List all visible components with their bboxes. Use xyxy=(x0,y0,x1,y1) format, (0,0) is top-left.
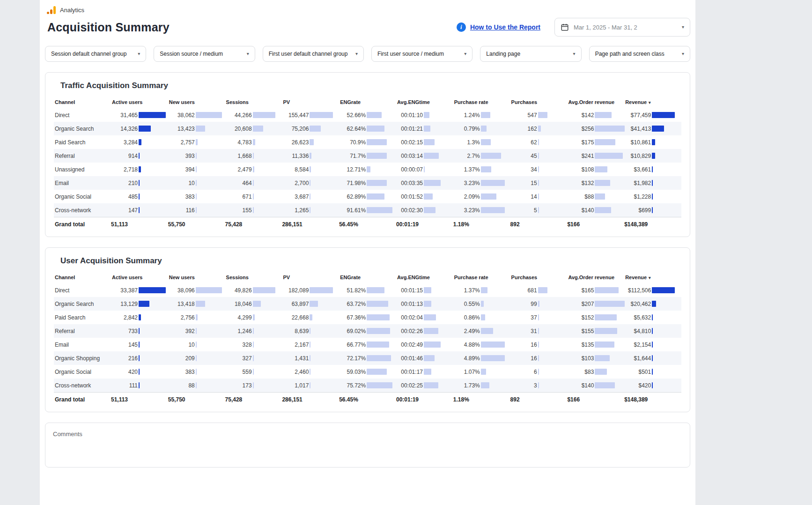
metric-cellwrap: 8,584 xyxy=(282,166,339,173)
metric-bar xyxy=(196,112,222,118)
metric-value: 62.89% xyxy=(339,193,366,200)
filter-chip-first-user-source-medium[interactable]: First user source / medium▾ xyxy=(371,46,472,62)
metric-cell: 3.23% xyxy=(453,176,510,190)
column-header-revenue[interactable]: Revenue▾ xyxy=(624,96,681,108)
metric-cell: $140 xyxy=(567,379,624,393)
metric-value: 155 xyxy=(225,207,252,214)
metric-cellwrap: 0.86% xyxy=(453,314,510,321)
metric-bar xyxy=(367,207,392,213)
metric-cell: 1,265 xyxy=(282,203,339,217)
date-range-picker[interactable]: Mar 1, 2025 - Mar 31, 2 ▾ xyxy=(554,18,690,37)
metric-bar xyxy=(595,328,617,334)
metric-cell: 147 xyxy=(111,203,168,217)
metric-bar xyxy=(310,382,310,388)
column-header-engrate[interactable]: ENGrate xyxy=(339,96,396,108)
column-header-active-users[interactable]: Active users xyxy=(111,271,168,283)
metric-cellwrap: 72.17% xyxy=(339,355,396,362)
filter-chip-page-path-and-screen-class[interactable]: Page path and screen class▾ xyxy=(589,46,690,62)
metric-cellwrap: 4.88% xyxy=(453,342,510,348)
metric-cell: 67.36% xyxy=(339,311,396,324)
metric-value: 464 xyxy=(225,180,252,186)
column-header-label: Avg.Order revenue xyxy=(568,99,614,105)
column-header-label: Avg.ENGtime xyxy=(397,99,430,105)
column-header-pv[interactable]: PV xyxy=(282,96,339,108)
metric-value: 71.7% xyxy=(339,153,366,159)
metric-bar xyxy=(538,287,547,293)
column-header-pv[interactable]: PV xyxy=(282,271,339,283)
column-header-purchases[interactable]: Purchases xyxy=(510,96,568,108)
grand-total-value: 286,151 xyxy=(282,393,339,407)
metric-bar xyxy=(139,193,140,200)
column-header-purchase-rate[interactable]: Purchase rate xyxy=(453,271,510,283)
metric-cellwrap: 00:03:14 xyxy=(396,153,453,159)
metric-bar xyxy=(424,193,433,200)
metric-cell: 162 xyxy=(510,122,568,135)
metric-bar xyxy=(310,112,333,118)
metric-cell: 75,206 xyxy=(282,122,339,135)
metric-bar xyxy=(481,180,505,186)
column-header-active-users[interactable]: Active users xyxy=(111,96,168,108)
metric-cellwrap: 327 xyxy=(225,355,282,362)
metric-cellwrap: 00:01:21 xyxy=(396,126,453,132)
comments-box[interactable]: Comments xyxy=(45,423,690,468)
column-header-label: Active users xyxy=(112,99,142,105)
metric-cell: 14,326 xyxy=(111,122,168,135)
info-icon[interactable]: i xyxy=(457,22,466,32)
metric-value: 547 xyxy=(510,112,537,119)
filter-chip-session-source-medium[interactable]: Session source / medium▾ xyxy=(154,46,255,62)
metric-value: 10 xyxy=(168,342,195,348)
metric-value: 383 xyxy=(168,369,195,375)
column-header-sessions[interactable]: Sessions xyxy=(225,96,282,108)
metric-value: 2.49% xyxy=(453,328,480,334)
column-header-purchase-rate[interactable]: Purchase rate xyxy=(453,96,510,108)
metric-bar xyxy=(481,193,496,200)
channel-cell: Direct xyxy=(54,283,111,297)
metric-bar xyxy=(481,314,485,320)
metric-bar xyxy=(481,287,487,293)
metric-bar xyxy=(538,369,539,375)
metric-value: 328 xyxy=(225,342,252,348)
column-header-purchases[interactable]: Purchases xyxy=(510,271,568,283)
column-header-avg-engtime[interactable]: Avg.ENGtime xyxy=(396,96,453,108)
column-header-revenue[interactable]: Revenue▾ xyxy=(624,271,681,283)
column-header-engrate[interactable]: ENGrate xyxy=(339,271,396,283)
column-header-channel[interactable]: Channel xyxy=(54,271,111,283)
metric-bar xyxy=(139,139,141,145)
metric-bar xyxy=(310,355,310,361)
metric-value: 1.73% xyxy=(453,382,480,389)
metric-cell: $132 xyxy=(567,176,624,190)
column-header-label: PV xyxy=(283,275,290,280)
help-group[interactable]: i How to Use the Report xyxy=(457,22,540,32)
metric-value: 393 xyxy=(168,153,195,159)
metric-cell: 209 xyxy=(168,351,225,365)
column-header-new-users[interactable]: New users xyxy=(168,96,225,108)
metric-value: 38,062 xyxy=(168,112,195,119)
filter-chip-first-user-default-channel-group[interactable]: First user default channel group▾ xyxy=(263,46,364,62)
column-header-channel[interactable]: Channel xyxy=(54,96,111,108)
metric-cell: 12.71% xyxy=(339,163,396,176)
how-to-use-report-link[interactable]: How to Use the Report xyxy=(470,23,540,31)
metric-value: 33,387 xyxy=(111,287,138,294)
metric-cell: $83 xyxy=(567,365,624,379)
metric-cellwrap: 75,206 xyxy=(282,126,339,132)
metric-value: $112,506 xyxy=(624,287,651,294)
metric-value: 671 xyxy=(225,193,252,200)
metric-value: 00:01:15 xyxy=(396,287,423,294)
metric-cell: 2,700 xyxy=(282,176,339,190)
card-title: Traffic Acquisition Summary xyxy=(54,81,681,90)
filter-chip-session-default-channel-group[interactable]: Session default channel group▾ xyxy=(45,46,146,62)
column-header-new-users[interactable]: New users xyxy=(168,271,225,283)
metric-value: 681 xyxy=(510,287,537,294)
date-range-text: Mar 1, 2025 - Mar 31, 2 xyxy=(574,24,677,31)
metric-value: 00:03:14 xyxy=(396,153,423,159)
grand-total-value: 286,151 xyxy=(282,217,339,231)
filter-chip-landing-page[interactable]: Landing page▾ xyxy=(480,46,581,62)
metric-cellwrap: 00:02:15 xyxy=(396,139,453,146)
column-header-sessions[interactable]: Sessions xyxy=(225,271,282,283)
column-header-avg-engtime[interactable]: Avg.ENGtime xyxy=(396,271,453,283)
column-header-avg-order-revenue[interactable]: Avg.Order revenue xyxy=(567,271,624,283)
metric-value: 1,246 xyxy=(225,328,252,334)
metric-bar xyxy=(652,180,653,186)
column-header-avg-order-revenue[interactable]: Avg.Order revenue xyxy=(567,96,624,108)
metric-bar xyxy=(652,314,653,320)
